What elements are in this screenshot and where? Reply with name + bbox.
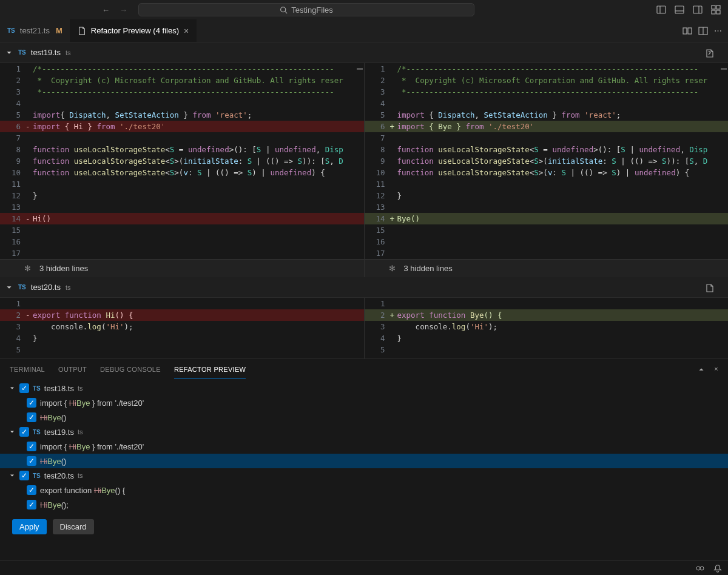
code-line: *---------------------------------------… [33,86,364,98]
discard-button[interactable]: Discard [53,519,94,534]
diff-editor-test20[interactable]: 1 2-export function Hi() { 3 console.log… [0,298,728,358]
svg-rect-11 [716,10,720,14]
code-line: /*--------------------------------------… [397,63,729,75]
goto-file-icon[interactable] [705,283,723,292]
nav-forward-icon[interactable]: → [120,5,127,15]
tree-change[interactable]: HiBye() [0,454,728,468]
modified-badge: M [56,26,62,35]
title-bar: ← → TestingFiles [0,0,728,19]
checkbox[interactable] [19,427,29,437]
chevron-down-icon[interactable] [8,428,16,435]
svg-rect-10 [712,10,715,14]
svg-point-17 [700,567,704,570]
checkbox[interactable] [27,485,36,495]
tree-file-label: test18.ts [44,384,74,393]
tree-file-test20[interactable]: TS test20.ts ts [0,468,728,483]
diff-file-header-test20: TS test20.ts ts [0,277,728,298]
checkbox[interactable] [27,412,36,422]
refactor-tree: TS test18.ts ts import { HiBye } from '.… [0,380,728,513]
chevron-down-icon[interactable] [8,385,16,392]
checkbox[interactable] [19,471,29,480]
tab-label: Refactor Preview (4 files) [91,26,179,35]
checkbox[interactable] [27,456,36,466]
more-actions-icon[interactable]: ⋯ [714,26,722,35]
copilot-icon[interactable] [695,563,705,573]
typescript-icon: TS [18,49,26,56]
tree-file-test18[interactable]: TS test18.ts ts [0,381,728,395]
checkbox[interactable] [27,500,36,509]
diff-file-header-test19: TS test19.ts ts [0,42,728,63]
tree-file-label: test20.ts [44,471,74,480]
code-line: * Copyright (c) Microsoft Corporation an… [397,75,729,86]
file-ext: ts [66,49,71,56]
code-line: Bye() [397,213,729,224]
tab-refactor-preview[interactable]: Refactor Preview (4 files) × [70,19,197,42]
typescript-icon: TS [33,385,41,392]
tree-file-test19[interactable]: TS test19.ts ts [0,425,728,439]
layout-sidebar-left-icon[interactable] [654,2,669,17]
code-line: /*--------------------------------------… [33,63,364,75]
search-text: TestingFiles [291,5,333,15]
tree-change[interactable]: export function HiBye() { [0,483,728,497]
close-icon[interactable]: × [184,26,189,36]
hidden-lines-indicator[interactable]: ✻ 3 hidden lines [0,259,364,277]
tab-label: test21.ts [20,26,50,35]
code-line: * Copyright (c) Microsoft Corporation an… [33,75,364,86]
svg-rect-6 [693,6,702,13]
typescript-icon: TS [7,27,15,34]
split-editor-icon[interactable] [698,26,708,36]
bell-icon[interactable] [713,564,722,573]
svg-rect-4 [675,6,684,13]
typescript-icon: TS [33,472,41,479]
svg-line-1 [285,11,287,13]
chevron-up-icon[interactable] [697,365,706,374]
typescript-icon: TS [18,284,26,291]
chevron-down-icon[interactable] [5,283,13,292]
svg-rect-8 [712,5,715,9]
tree-change[interactable]: import { HiBye } from './test20' [0,395,728,410]
layout-customize-icon[interactable] [709,2,723,17]
diff-editor-test19[interactable]: 1 /*------------------------------------… [0,63,728,277]
fold-icon: ✻ [389,264,396,273]
chevron-down-icon[interactable] [5,49,13,57]
command-center[interactable]: TestingFiles [138,3,474,16]
layout-sidebar-right-icon[interactable] [690,2,705,17]
nav-back-icon[interactable]: ← [102,5,110,15]
layout-panel-bottom-icon[interactable] [672,2,687,17]
compare-icon[interactable] [682,26,692,36]
svg-rect-9 [716,5,720,9]
tab-debug-console[interactable]: DEBUG CONSOLE [100,361,161,378]
close-icon[interactable]: × [714,365,718,374]
goto-file-icon[interactable] [705,48,723,58]
tab-test21[interactable]: TS test21.ts M [0,19,70,42]
tree-change[interactable]: import { HiBye } from './test20' [0,439,728,454]
tree-file-label: test19.ts [44,428,74,437]
svg-rect-13 [688,28,692,34]
checkbox[interactable] [19,383,29,393]
svg-point-0 [281,7,286,12]
code-line: Hi() [33,213,364,224]
file-ext: ts [66,284,71,291]
typescript-icon: TS [33,429,41,435]
fold-icon: ✻ [24,264,31,273]
status-bar [0,560,728,575]
svg-point-16 [696,567,700,570]
search-icon [280,6,288,14]
tab-refactor-preview[interactable]: REFACTOR PREVIEW [174,361,246,378]
chevron-down-icon[interactable] [8,472,16,479]
minimap[interactable] [720,63,728,277]
tree-change[interactable]: HiBye() [0,410,728,425]
file-name: test19.ts [31,48,61,57]
checkbox[interactable] [27,442,36,451]
checkbox[interactable] [27,398,36,408]
minimap[interactable] [356,63,364,277]
code-line: *---------------------------------------… [397,86,729,98]
editor-tabs: TS test21.ts M Refactor Preview (4 files… [0,19,728,42]
file-name: test20.ts [31,283,61,292]
panel-tabs: TERMINAL OUTPUT DEBUG CONSOLE REFACTOR P… [0,359,728,380]
tree-change[interactable]: HiBye(); [0,497,728,512]
hidden-lines-indicator[interactable]: ✻ 3 hidden lines [365,259,729,277]
tab-terminal[interactable]: TERMINAL [10,361,45,378]
apply-button[interactable]: Apply [12,519,47,534]
tab-output[interactable]: OUTPUT [58,361,87,378]
